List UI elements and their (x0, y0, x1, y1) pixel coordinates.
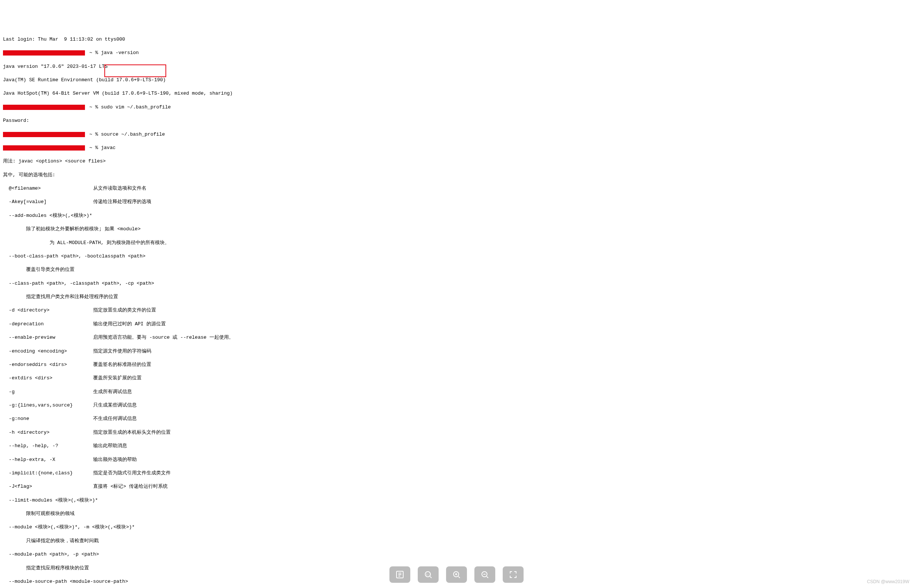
zoom-out-icon (480, 570, 489, 579)
option-row: --help, -help, -? 输出此帮助消息 (3, 443, 910, 449)
last-login-line: Last login: Thu Mar 9 11:13:02 on ttys00… (3, 36, 910, 43)
prompt-sudo-vim: ~ % sudo vim ~/.bash_profile (3, 104, 910, 111)
prompt-javac: ~ % javac (3, 145, 910, 151)
option-row: --module <模块>(,<模块>)*, -m <模块>(,<模块>)* (3, 524, 910, 531)
redacted-user-host (3, 145, 85, 150)
option-row: -J<flag> 直接将 <标记> 传递给运行时系统 (3, 483, 910, 490)
java-runtime-line: Java(TM) SE Runtime Environment (build 1… (3, 77, 910, 84)
option-row: 限制可观察模块的领域 (3, 510, 910, 517)
usage-header: 用法: javac <options> <source files> (3, 158, 910, 165)
option-row: -g:{lines,vars,source} 只生成某些调试信息 (3, 402, 910, 409)
option-row: --enable-preview 启用预览语言功能。要与 -source 或 -… (3, 334, 910, 341)
option-row: -d <directory> 指定放置生成的类文件的位置 (3, 307, 910, 314)
svg-text:1:1: 1:1 (426, 573, 431, 576)
option-row: -encoding <encoding> 指定源文件使用的字符编码 (3, 348, 910, 355)
option-row: 只编译指定的模块，请检查时间戳 (3, 538, 910, 544)
option-row: 指定查找用户类文件和注释处理程序的位置 (3, 294, 910, 300)
option-row: -Akey[=value] 传递给注释处理程序的选项 (3, 199, 910, 205)
redacted-user-host (3, 105, 85, 110)
option-row: -g 生成所有调试信息 (3, 389, 910, 395)
option-row: --limit-modules <模块>(,<模块>)* (3, 497, 910, 504)
option-row: -g:none 不生成任何调试信息 (3, 415, 910, 422)
java-hotspot-line: Java HotSpot(TM) 64-Bit Server VM (build… (3, 90, 910, 97)
option-row: 覆盖引导类文件的位置 (3, 267, 910, 273)
option-row: @<filename> 从文件读取选项和文件名 (3, 185, 910, 192)
option-row: 为 ALL-MODULE-PATH, 则为模块路径中的所有模块。 (3, 240, 910, 246)
ocr-button[interactable] (389, 566, 410, 583)
image-viewer-toolbar: 1:1 (389, 566, 524, 583)
option-row: --help-extra, -X 输出额外选项的帮助 (3, 457, 910, 463)
zoom-in-button[interactable] (446, 566, 467, 583)
ocr-icon (395, 570, 404, 579)
prompt-java-version: ~ % java -version (3, 50, 910, 56)
password-line: Password: (3, 117, 910, 124)
zoom-actual-button[interactable]: 1:1 (418, 566, 439, 583)
terminal-output[interactable]: Last login: Thu Mar 9 11:13:02 on ttys00… (3, 29, 910, 588)
redacted-user-host (3, 50, 85, 55)
option-row: -implicit:{none,class} 指定是否为隐式引用文件生成类文件 (3, 470, 910, 477)
fullscreen-icon (509, 570, 518, 579)
option-row: -endorseddirs <dirs> 覆盖签名的标准路径的位置 (3, 362, 910, 368)
zoom-in-icon (452, 570, 461, 579)
option-row: --module-path <path>, -p <path> (3, 551, 910, 558)
option-row: --add-modules <模块>(,<模块>)* (3, 212, 910, 219)
redacted-user-host (3, 132, 85, 137)
java-version-line: java version "17.0.6" 2023-01-17 LTS (3, 63, 910, 70)
option-row: 除了初始模块之外要解析的根模块; 如果 <module> (3, 226, 910, 233)
option-row: -extdirs <dirs> 覆盖所安装扩展的位置 (3, 375, 910, 381)
watermark: CSDN @www2019W (867, 579, 909, 585)
option-row: --class-path <path>, -classpath <path>, … (3, 280, 910, 287)
option-row: -deprecation 输出使用已过时的 API 的源位置 (3, 321, 910, 328)
option-row: --boot-class-path <path>, -bootclasspath… (3, 253, 910, 260)
prompt-source-profile: ~ % source ~/.bash_profile (3, 131, 910, 138)
option-row: -h <directory> 指定放置生成的本机标头文件的位置 (3, 429, 910, 436)
options-header: 其中, 可能的选项包括: (3, 172, 910, 178)
fullscreen-button[interactable] (503, 566, 524, 583)
zoom-actual-icon: 1:1 (424, 570, 433, 579)
zoom-out-button[interactable] (474, 566, 495, 583)
